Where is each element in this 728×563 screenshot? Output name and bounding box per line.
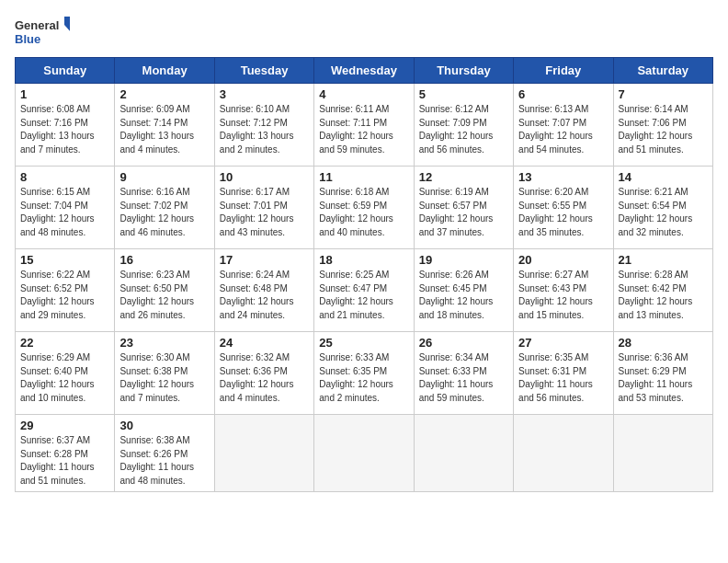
calendar-cell: 11Sunrise: 6:18 AM Sunset: 6:59 PM Dayli… [314, 167, 414, 249]
day-number: 13 [518, 170, 608, 184]
day-number: 16 [119, 253, 209, 267]
day-info: Sunrise: 6:22 AM Sunset: 6:52 PM Dayligh… [20, 269, 109, 322]
calendar-cell: 5Sunrise: 6:12 AM Sunset: 7:09 PM Daylig… [414, 84, 513, 167]
calendar-table: SundayMondayTuesdayWednesdayThursdayFrid… [15, 57, 713, 492]
day-info: Sunrise: 6:25 AM Sunset: 6:47 PM Dayligh… [319, 269, 408, 322]
calendar-cell [314, 415, 414, 492]
day-number: 25 [319, 336, 408, 350]
day-info: Sunrise: 6:21 AM Sunset: 6:54 PM Dayligh… [619, 186, 708, 239]
day-number: 5 [419, 87, 508, 101]
calendar-cell [514, 415, 613, 492]
weekday-header-friday: Friday [514, 58, 613, 84]
calendar-week-5: 29Sunrise: 6:37 AM Sunset: 6:28 PM Dayli… [16, 415, 713, 492]
calendar-cell: 22Sunrise: 6:29 AM Sunset: 6:40 PM Dayli… [16, 332, 115, 415]
day-info: Sunrise: 6:08 AM Sunset: 7:16 PM Dayligh… [20, 103, 109, 156]
day-number: 30 [119, 419, 209, 432]
calendar-body: 1Sunrise: 6:08 AM Sunset: 7:16 PM Daylig… [16, 84, 713, 492]
day-info: Sunrise: 6:36 AM Sunset: 6:29 PM Dayligh… [619, 351, 708, 405]
day-info: Sunrise: 6:37 AM Sunset: 6:28 PM Dayligh… [20, 434, 109, 488]
header: General Blue [15, 15, 713, 50]
calendar-cell: 6Sunrise: 6:13 AM Sunset: 7:07 PM Daylig… [514, 84, 613, 167]
calendar-cell: 28Sunrise: 6:36 AM Sunset: 6:29 PM Dayli… [613, 332, 712, 415]
day-number: 2 [119, 87, 209, 101]
day-info: Sunrise: 6:30 AM Sunset: 6:38 PM Dayligh… [119, 351, 209, 405]
day-info: Sunrise: 6:09 AM Sunset: 7:14 PM Dayligh… [119, 103, 209, 156]
calendar-cell: 18Sunrise: 6:25 AM Sunset: 6:47 PM Dayli… [314, 249, 414, 332]
calendar-cell: 7Sunrise: 6:14 AM Sunset: 7:06 PM Daylig… [613, 84, 712, 167]
weekday-header-tuesday: Tuesday [214, 58, 313, 84]
svg-marker-2 [64, 17, 70, 33]
calendar-cell: 9Sunrise: 6:16 AM Sunset: 7:02 PM Daylig… [115, 167, 214, 249]
calendar-cell: 20Sunrise: 6:27 AM Sunset: 6:43 PM Dayli… [514, 249, 613, 332]
weekday-header-monday: Monday [115, 58, 214, 84]
day-info: Sunrise: 6:32 AM Sunset: 6:36 PM Dayligh… [220, 351, 309, 405]
day-info: Sunrise: 6:35 AM Sunset: 6:31 PM Dayligh… [518, 351, 608, 405]
calendar-cell: 19Sunrise: 6:26 AM Sunset: 6:45 PM Dayli… [414, 249, 513, 332]
day-number: 12 [419, 170, 508, 184]
calendar-cell: 23Sunrise: 6:30 AM Sunset: 6:38 PM Dayli… [115, 332, 214, 415]
calendar-cell: 17Sunrise: 6:24 AM Sunset: 6:48 PM Dayli… [214, 249, 313, 332]
day-info: Sunrise: 6:24 AM Sunset: 6:48 PM Dayligh… [220, 269, 309, 322]
calendar-cell: 15Sunrise: 6:22 AM Sunset: 6:52 PM Dayli… [16, 249, 115, 332]
calendar-cell: 8Sunrise: 6:15 AM Sunset: 7:04 PM Daylig… [16, 167, 115, 249]
day-info: Sunrise: 6:26 AM Sunset: 6:45 PM Dayligh… [419, 269, 508, 322]
day-info: Sunrise: 6:14 AM Sunset: 7:06 PM Dayligh… [619, 103, 708, 156]
calendar-week-4: 22Sunrise: 6:29 AM Sunset: 6:40 PM Dayli… [16, 332, 713, 415]
calendar-cell: 14Sunrise: 6:21 AM Sunset: 6:54 PM Dayli… [613, 167, 712, 249]
day-number: 9 [119, 170, 209, 184]
calendar-cell [214, 415, 313, 492]
day-info: Sunrise: 6:15 AM Sunset: 7:04 PM Dayligh… [20, 186, 109, 239]
day-number: 11 [319, 170, 408, 184]
calendar-cell: 13Sunrise: 6:20 AM Sunset: 6:55 PM Dayli… [514, 167, 613, 249]
day-number: 22 [20, 336, 109, 350]
calendar-cell: 10Sunrise: 6:17 AM Sunset: 7:01 PM Dayli… [214, 167, 313, 249]
calendar-cell: 12Sunrise: 6:19 AM Sunset: 6:57 PM Dayli… [414, 167, 513, 249]
weekday-row: SundayMondayTuesdayWednesdayThursdayFrid… [16, 58, 713, 84]
day-info: Sunrise: 6:18 AM Sunset: 6:59 PM Dayligh… [319, 186, 408, 239]
day-info: Sunrise: 6:16 AM Sunset: 7:02 PM Dayligh… [119, 186, 209, 239]
calendar-week-3: 15Sunrise: 6:22 AM Sunset: 6:52 PM Dayli… [16, 249, 713, 332]
day-number: 19 [419, 253, 508, 267]
day-number: 29 [20, 419, 109, 432]
day-number: 4 [319, 87, 408, 101]
weekday-header-wednesday: Wednesday [314, 58, 414, 84]
day-number: 20 [518, 253, 608, 267]
calendar-cell: 1Sunrise: 6:08 AM Sunset: 7:16 PM Daylig… [16, 84, 115, 167]
calendar-header: SundayMondayTuesdayWednesdayThursdayFrid… [16, 58, 713, 84]
day-info: Sunrise: 6:29 AM Sunset: 6:40 PM Dayligh… [20, 351, 109, 405]
day-info: Sunrise: 6:34 AM Sunset: 6:33 PM Dayligh… [419, 351, 508, 405]
calendar-cell: 3Sunrise: 6:10 AM Sunset: 7:12 PM Daylig… [214, 84, 313, 167]
day-info: Sunrise: 6:33 AM Sunset: 6:35 PM Dayligh… [319, 351, 408, 405]
calendar-cell: 25Sunrise: 6:33 AM Sunset: 6:35 PM Dayli… [314, 332, 414, 415]
day-number: 18 [319, 253, 408, 267]
day-info: Sunrise: 6:11 AM Sunset: 7:11 PM Dayligh… [319, 103, 408, 156]
day-number: 28 [619, 336, 708, 350]
svg-text:General: General [15, 18, 59, 32]
calendar-cell: 26Sunrise: 6:34 AM Sunset: 6:33 PM Dayli… [414, 332, 513, 415]
day-number: 7 [619, 87, 708, 101]
day-number: 15 [20, 253, 109, 267]
calendar-week-2: 8Sunrise: 6:15 AM Sunset: 7:04 PM Daylig… [16, 167, 713, 249]
day-info: Sunrise: 6:17 AM Sunset: 7:01 PM Dayligh… [220, 186, 309, 239]
calendar-cell: 24Sunrise: 6:32 AM Sunset: 6:36 PM Dayli… [214, 332, 313, 415]
day-number: 14 [619, 170, 708, 184]
day-number: 21 [619, 253, 708, 267]
calendar-cell [414, 415, 513, 492]
day-number: 27 [518, 336, 608, 350]
weekday-header-sunday: Sunday [16, 58, 115, 84]
day-info: Sunrise: 6:13 AM Sunset: 7:07 PM Dayligh… [518, 103, 608, 156]
day-number: 23 [119, 336, 209, 350]
day-info: Sunrise: 6:27 AM Sunset: 6:43 PM Dayligh… [518, 269, 608, 322]
day-info: Sunrise: 6:12 AM Sunset: 7:09 PM Dayligh… [419, 103, 508, 156]
calendar-cell: 27Sunrise: 6:35 AM Sunset: 6:31 PM Dayli… [514, 332, 613, 415]
svg-text:Blue: Blue [15, 32, 40, 46]
day-number: 10 [220, 170, 309, 184]
calendar-cell: 4Sunrise: 6:11 AM Sunset: 7:11 PM Daylig… [314, 84, 414, 167]
calendar-cell: 30Sunrise: 6:38 AM Sunset: 6:26 PM Dayli… [115, 415, 214, 492]
calendar-cell: 16Sunrise: 6:23 AM Sunset: 6:50 PM Dayli… [115, 249, 214, 332]
calendar-cell: 29Sunrise: 6:37 AM Sunset: 6:28 PM Dayli… [16, 415, 115, 492]
day-number: 1 [20, 87, 109, 101]
weekday-header-saturday: Saturday [613, 58, 712, 84]
day-info: Sunrise: 6:38 AM Sunset: 6:26 PM Dayligh… [119, 434, 209, 488]
weekday-header-thursday: Thursday [414, 58, 513, 84]
